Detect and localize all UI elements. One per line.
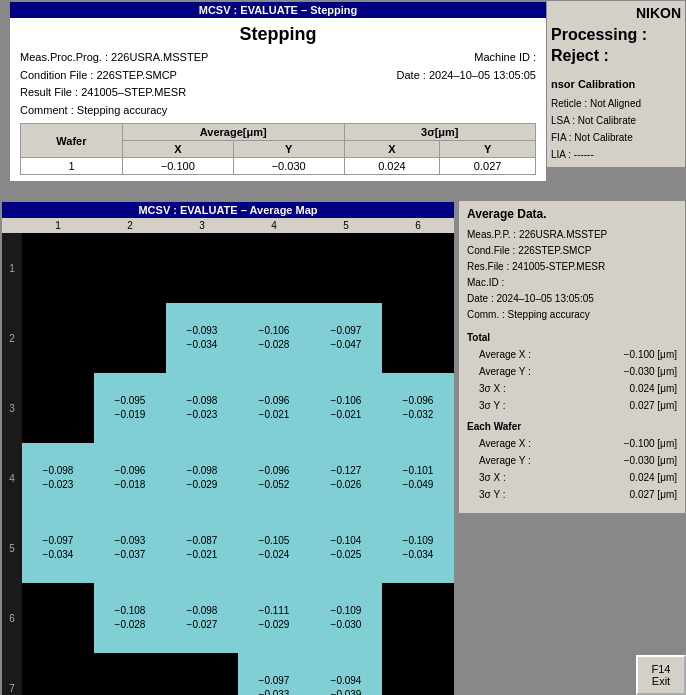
map-row-3: 3−0.095−0.019−0.098−0.023−0.096−0.021−0.… bbox=[2, 373, 454, 443]
col-5: 5 bbox=[310, 220, 382, 231]
meas-proc-label: Meas.Proc.Prog. : bbox=[20, 51, 108, 63]
cell-line2: −0.024 bbox=[259, 548, 290, 562]
cell-line2: −0.037 bbox=[115, 548, 146, 562]
each-avg-x-value: −0.100 [μm] bbox=[624, 435, 677, 452]
row-num-7: 7 bbox=[2, 681, 22, 696]
cell-line1: −0.098 bbox=[187, 604, 218, 618]
date-value: 2024–10–05 13:05:05 bbox=[429, 69, 536, 81]
row-num-4: 4 bbox=[2, 471, 22, 486]
cell-line2: −0.029 bbox=[187, 478, 218, 492]
map-cell-r1-c3 bbox=[166, 233, 238, 303]
wafer-col-header: Wafer bbox=[21, 124, 123, 158]
cell-line2: −0.028 bbox=[115, 618, 146, 632]
cell-line1: −0.109 bbox=[331, 604, 362, 618]
each-avg-y-label: Average Y : bbox=[479, 452, 531, 469]
map-cell-r3-c5: −0.106−0.021 bbox=[310, 373, 382, 443]
each-3sx-label: 3σ X : bbox=[479, 469, 506, 486]
map-cell-r2-c6 bbox=[382, 303, 454, 373]
total-3sx-label: 3σ X : bbox=[479, 380, 506, 397]
avgdata-date-value: 2024–10–05 13:05:05 bbox=[496, 293, 593, 304]
map-row-6: 6−0.108−0.028−0.098−0.027−0.111−0.029−0.… bbox=[2, 583, 454, 653]
row-num-2: 2 bbox=[2, 331, 22, 346]
cell-line1: −0.098 bbox=[187, 394, 218, 408]
cell-line1: −0.108 bbox=[115, 604, 146, 618]
cell-line1: −0.094 bbox=[331, 674, 362, 688]
avgdata-comm-value: Stepping accuracy bbox=[508, 309, 590, 320]
map-cell-r7-c5: −0.094−0.039 bbox=[310, 653, 382, 695]
sigma3-col-header: 3σ[μm] bbox=[344, 124, 535, 141]
map-cell-r4-c3: −0.098−0.029 bbox=[166, 443, 238, 513]
map-cell-r2-c3: −0.093−0.034 bbox=[166, 303, 238, 373]
total-avg-x-row: Average X : −0.100 [μm] bbox=[467, 346, 677, 363]
map-row-4: 4−0.098−0.023−0.096−0.018−0.098−0.029−0.… bbox=[2, 443, 454, 513]
stepping-meta-right: Machine ID : Date : 2024–10–05 13:05:05 bbox=[278, 49, 536, 119]
total-3sy-label: 3σ Y : bbox=[479, 397, 506, 414]
avgdata-res-file-label: Res.File : bbox=[467, 261, 509, 272]
f14-exit-button[interactable]: F14 Exit bbox=[636, 655, 686, 695]
cell-line2: −0.052 bbox=[259, 478, 290, 492]
map-cells-row-2: −0.093−0.034−0.106−0.028−0.097−0.047 bbox=[22, 303, 454, 373]
total-title: Total bbox=[467, 329, 677, 346]
cell-line2: −0.026 bbox=[331, 478, 362, 492]
avgdata-panel: Average Data. Meas.P.P. : 226USRA.MSSTEP… bbox=[458, 200, 686, 514]
date-label: Date : bbox=[397, 69, 426, 81]
cell-line2: −0.028 bbox=[259, 338, 290, 352]
lia-value: ------ bbox=[574, 149, 594, 160]
table-row: 1 −0.100 −0.030 0.024 0.027 bbox=[21, 158, 536, 175]
each-3sy-row: 3σ Y : 0.027 [μm] bbox=[467, 486, 677, 503]
map-cell-r4-c6: −0.101−0.049 bbox=[382, 443, 454, 513]
total-avg-y-value: −0.030 [μm] bbox=[624, 363, 677, 380]
cell-line1: −0.095 bbox=[115, 394, 146, 408]
avgdata-res-file-value: 241005-STEP.MESR bbox=[512, 261, 605, 272]
reticle-value: Not Aligned bbox=[590, 98, 641, 109]
total-avg-y-row: Average Y : −0.030 [μm] bbox=[467, 363, 677, 380]
map-cell-r2-c2 bbox=[94, 303, 166, 373]
cell-line1: −0.097 bbox=[331, 324, 362, 338]
map-cell-r7-c3 bbox=[166, 653, 238, 695]
cell-line1: −0.106 bbox=[331, 394, 362, 408]
fia-status: FIA : Not Calibrate bbox=[551, 129, 681, 146]
map-row-7: 7−0.097−0.033−0.094−0.039 bbox=[2, 653, 454, 695]
nikon-panel: NIKON Processing : Reject : nsor Calibra… bbox=[546, 0, 686, 168]
total-3sy-row: 3σ Y : 0.027 [μm] bbox=[467, 397, 677, 414]
cell-line1: −0.093 bbox=[115, 534, 146, 548]
avgdata-mac-id-label: Mac.ID : bbox=[467, 277, 504, 288]
map-cell-r6-c4: −0.111−0.029 bbox=[238, 583, 310, 653]
cell-line2: −0.027 bbox=[187, 618, 218, 632]
map-cell-r1-c5 bbox=[310, 233, 382, 303]
lsa-value: Not Calibrate bbox=[578, 115, 636, 126]
avgdata-meas-pp-label: Meas.P.P. : bbox=[467, 229, 516, 240]
avgdata-total-section: Total Average X : −0.100 [μm] Average Y … bbox=[467, 329, 677, 414]
wafer-num-cell: 1 bbox=[21, 158, 123, 175]
cell-line1: −0.096 bbox=[115, 464, 146, 478]
col-6: 6 bbox=[382, 220, 454, 231]
lsa-label: LSA : bbox=[551, 115, 575, 126]
total-avg-x-value: −0.100 [μm] bbox=[624, 346, 677, 363]
map-cell-r7-c6 bbox=[382, 653, 454, 695]
cell-line1: −0.101 bbox=[403, 464, 434, 478]
result-file-label: Result File : bbox=[20, 86, 78, 98]
map-cells-row-5: −0.097−0.034−0.093−0.037−0.087−0.021−0.1… bbox=[22, 513, 454, 583]
avg-y-header: Y bbox=[233, 141, 344, 158]
cell-line1: −0.096 bbox=[403, 394, 434, 408]
map-cell-r4-c4: −0.096−0.052 bbox=[238, 443, 310, 513]
cell-line2: −0.034 bbox=[403, 548, 434, 562]
cell-line2: −0.032 bbox=[403, 408, 434, 422]
map-row-2: 2−0.093−0.034−0.106−0.028−0.097−0.047 bbox=[2, 303, 454, 373]
map-cell-r5-c2: −0.093−0.037 bbox=[94, 513, 166, 583]
map-cells-row-6: −0.108−0.028−0.098−0.027−0.111−0.029−0.1… bbox=[22, 583, 454, 653]
cell-line1: −0.109 bbox=[403, 534, 434, 548]
cell-line1: −0.087 bbox=[187, 534, 218, 548]
col-3: 3 bbox=[166, 220, 238, 231]
map-cell-r5-c6: −0.109−0.034 bbox=[382, 513, 454, 583]
cell-line1: −0.098 bbox=[187, 464, 218, 478]
map-cell-r6-c2: −0.108−0.028 bbox=[94, 583, 166, 653]
map-cell-r5-c5: −0.104−0.025 bbox=[310, 513, 382, 583]
avgmap-titlebar: MCSV : EVALUATE – Average Map bbox=[2, 202, 454, 218]
map-cell-r5-c4: −0.105−0.024 bbox=[238, 513, 310, 583]
map-grid: 12−0.093−0.034−0.106−0.028−0.097−0.0473−… bbox=[2, 233, 454, 695]
each-avg-y-row: Average Y : −0.030 [μm] bbox=[467, 452, 677, 469]
total-3sx-value: 0.024 [μm] bbox=[630, 380, 677, 397]
map-cell-r6-c5: −0.109−0.030 bbox=[310, 583, 382, 653]
map-cells-row-1 bbox=[22, 233, 454, 303]
